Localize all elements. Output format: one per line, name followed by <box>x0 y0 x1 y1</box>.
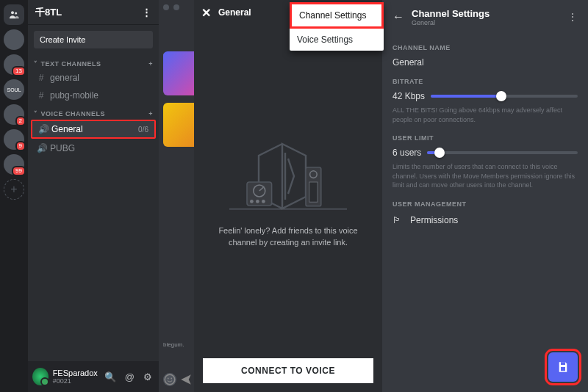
svg-point-0 <box>11 11 14 14</box>
permissions-row[interactable]: 🏳 Permissions <box>392 215 578 225</box>
server-menu-icon[interactable]: ⋮ <box>142 7 151 18</box>
server-rail: 13 SOUL 2 9 99 + <box>0 0 28 392</box>
server-art[interactable]: 13 <box>4 54 24 75</box>
svg-point-1 <box>15 12 17 14</box>
text-channels-category[interactable]: ˅TEXT CHANNELS + <box>28 54 159 69</box>
context-menu: Channel Settings Voice Settings <box>290 2 384 51</box>
search-icon[interactable]: 🔍 <box>102 369 118 385</box>
bitrate-hint: ALL THE BITS! Going above 64kbps may adv… <box>392 106 578 124</box>
voice-title: General <box>218 7 251 18</box>
userlimit-label: USER LIMIT <box>392 134 578 142</box>
badge: 13 <box>12 66 26 76</box>
userlimit-value: 6 users <box>392 148 421 158</box>
text-channel-pubg-mobile[interactable]: # pubg-mobile <box>31 87 156 104</box>
send-button[interactable] <box>179 373 193 386</box>
save-button[interactable] <box>548 352 578 382</box>
server-nitro[interactable]: 99 <box>4 154 24 175</box>
empty-voice-illustration <box>229 126 347 214</box>
channel-settings-panel: ← Channel Settings General ⋮ CHANNEL NAM… <box>382 0 588 392</box>
channel-name-field[interactable]: General <box>392 57 578 68</box>
channel-name-label: CHANNEL NAME <box>392 44 578 51</box>
chevron-down-icon: ˅ <box>34 60 38 68</box>
bitrate-label: BITRATE <box>392 78 578 85</box>
people-icon <box>8 9 20 21</box>
userlimit-hint: Limits the number of users that can conn… <box>392 162 578 190</box>
send-icon <box>179 373 193 386</box>
bitrate-slider[interactable]: 42 Kbps <box>392 91 578 101</box>
thumbnail <box>163 51 194 95</box>
add-text-channel-icon[interactable]: + <box>148 60 153 68</box>
svg-point-9 <box>250 200 254 203</box>
bitrate-value: 42 Kbps <box>392 91 425 101</box>
server-fuze[interactable] <box>4 29 24 50</box>
hash-icon: # <box>37 73 46 83</box>
slider-thumb[interactable] <box>434 148 445 158</box>
partial-content-strip: urrently my First y video's blegum. <box>159 0 194 392</box>
svg-point-3 <box>168 378 169 380</box>
settings-subtitle: General <box>412 19 490 26</box>
hash-icon: # <box>37 90 46 101</box>
channel-sidebar: 千8TL ⋮ Create Invite ˅TEXT CHANNELS + # … <box>28 0 159 392</box>
svg-rect-14 <box>309 182 318 202</box>
svg-rect-15 <box>561 362 565 365</box>
server-clash[interactable]: 2 <box>4 104 24 125</box>
server-header[interactable]: 千8TL ⋮ <box>28 0 159 25</box>
empty-voice-text: Feelin' lonely? Add friends to this voic… <box>206 225 370 249</box>
server-soul[interactable]: SOUL <box>4 79 24 100</box>
user-tag: #0021 <box>53 377 98 385</box>
member-count: 0/6 <box>138 126 148 134</box>
svg-rect-5 <box>229 208 347 210</box>
svg-point-4 <box>171 378 172 380</box>
add-voice-channel-icon[interactable]: + <box>148 110 153 117</box>
back-button[interactable]: ← <box>392 10 404 23</box>
svg-point-10 <box>256 200 259 203</box>
mentions-icon[interactable]: @ <box>123 369 137 385</box>
menu-channel-settings[interactable]: Channel Settings <box>290 2 384 29</box>
speaker-icon: 🔊 <box>38 124 47 134</box>
svg-rect-16 <box>561 367 565 371</box>
usermgmt-label: USER MANAGEMENT <box>392 200 578 208</box>
voice-channel-pubg[interactable]: 🔊 PUBG <box>31 140 156 156</box>
slider-thumb[interactable] <box>496 91 506 101</box>
emoji-button[interactable] <box>163 373 176 386</box>
badge: 2 <box>15 116 26 126</box>
avatar[interactable] <box>32 368 49 385</box>
friends-button[interactable] <box>4 4 24 25</box>
flag-icon: 🏳 <box>392 215 401 225</box>
connect-to-voice-button[interactable]: CONNECT TO VOICE <box>203 358 373 383</box>
user-footer: FESparadox #0021 🔍 @ ⚙ <box>28 361 159 392</box>
chevron-down-icon: ˅ <box>34 110 38 117</box>
thumbnail <box>163 103 194 147</box>
voice-channels-category[interactable]: ˅VOICE CHANNELS + <box>28 104 159 119</box>
voice-channel-panel: ✕ General Channel Settings Voice Setting… <box>194 0 382 392</box>
server-name: 千8TL <box>35 6 62 19</box>
svg-point-2 <box>165 374 175 385</box>
svg-point-11 <box>262 200 265 203</box>
server-bot[interactable]: 9 <box>4 129 24 150</box>
save-icon <box>556 360 570 374</box>
badge: 99 <box>12 166 26 176</box>
create-invite-button[interactable]: Create Invite <box>34 31 153 48</box>
speaker-icon: 🔊 <box>37 143 46 153</box>
add-server-button[interactable]: + <box>4 179 24 200</box>
smile-icon <box>163 373 176 386</box>
more-icon[interactable]: ⋮ <box>567 11 578 23</box>
settings-icon[interactable]: ⚙ <box>141 369 154 385</box>
text-channel-general[interactable]: # general <box>31 70 156 86</box>
settings-title: Channel Settings <box>412 8 490 19</box>
userlimit-slider[interactable]: 6 users <box>392 148 578 158</box>
close-button[interactable]: ✕ <box>201 6 211 20</box>
username: FESparadox <box>53 369 98 377</box>
badge: 9 <box>15 141 26 151</box>
voice-channel-general[interactable]: 🔊 General 0/6 <box>31 120 156 139</box>
menu-voice-settings[interactable]: Voice Settings <box>290 29 384 51</box>
